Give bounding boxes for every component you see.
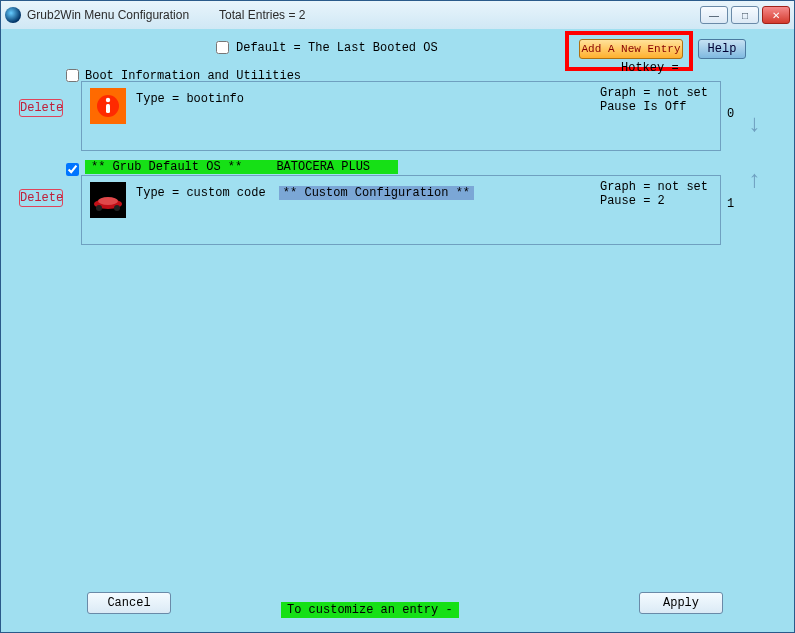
entry-graph: Graph = not set — [600, 86, 708, 100]
entry-header-bar: ** Grub Default OS ** BATOCERA PLUS — [85, 160, 415, 174]
info-icon — [90, 88, 126, 124]
entry-type: Type = bootinfo — [136, 92, 244, 106]
entry-type: Type = custom code ** Custom Configurati… — [136, 186, 474, 200]
svg-point-6 — [96, 205, 102, 211]
titlebar: Grub2Win Menu Configuration Total Entrie… — [1, 1, 794, 29]
client-area: Default = The Last Booted OS Add A New E… — [1, 29, 794, 632]
close-button[interactable]: ✕ — [762, 6, 790, 24]
default-os-tag: ** Grub Default OS ** — [85, 160, 248, 174]
delete-button[interactable]: Delete — [19, 189, 63, 207]
entry-order: 0 — [727, 107, 734, 121]
os-name-tag: BATOCERA PLUS — [248, 160, 398, 174]
total-entries: Total Entries = 2 — [219, 8, 305, 22]
default-os-checkbox[interactable] — [216, 41, 229, 54]
app-window: Grub2Win Menu Configuration Total Entrie… — [0, 0, 795, 633]
entry-row: Type = bootinfo Graph = not set Pause Is… — [82, 82, 720, 136]
maximize-button[interactable]: □ — [731, 6, 759, 24]
entry-graph: Graph = not set — [600, 180, 708, 194]
svg-point-1 — [106, 98, 110, 102]
svg-rect-2 — [106, 104, 110, 113]
default-os-label: Default = The Last Booted OS — [236, 41, 438, 55]
entry-meta: Graph = not set Pause = 2 — [600, 180, 708, 208]
close-icon: ✕ — [772, 10, 780, 21]
entry-meta: Graph = not set Pause Is Off — [600, 86, 708, 114]
entry-pause: Pause = 2 — [600, 194, 708, 208]
delete-button[interactable]: Delete — [19, 99, 63, 117]
entry-row: Type = custom code ** Custom Configurati… — [82, 176, 720, 230]
svg-point-7 — [114, 205, 120, 211]
apply-button[interactable]: Apply — [639, 592, 723, 614]
entry-panel[interactable]: Type = bootinfo Graph = not set Pause Is… — [81, 81, 721, 151]
add-new-entry-button[interactable]: Add A New Entry — [579, 39, 683, 59]
entry-type-text: Type = custom code — [136, 186, 266, 200]
window-title: Grub2Win Menu Configuration — [27, 8, 189, 22]
entry-order: 1 — [727, 197, 734, 211]
move-up-icon[interactable]: ↑ — [747, 167, 761, 194]
svg-point-5 — [98, 197, 118, 205]
help-button[interactable]: Help — [698, 39, 746, 59]
move-down-icon[interactable]: ↓ — [747, 111, 761, 138]
customize-hint: To customize an entry - — [281, 602, 459, 618]
custom-config-tag: ** Custom Configuration ** — [279, 186, 474, 200]
hotkey-label: Hotkey = — [621, 61, 679, 75]
custom-icon — [90, 182, 126, 218]
cancel-button[interactable]: Cancel — [87, 592, 171, 614]
minimize-button[interactable]: — — [700, 6, 728, 24]
minimize-icon: — — [709, 10, 719, 21]
entry-pause: Pause Is Off — [600, 100, 708, 114]
entry-panel[interactable]: Type = custom code ** Custom Configurati… — [81, 175, 721, 245]
maximize-icon: □ — [742, 10, 748, 21]
app-icon — [5, 7, 21, 23]
entry-select-checkbox[interactable] — [66, 163, 79, 176]
entry-select-checkbox[interactable] — [66, 69, 79, 82]
